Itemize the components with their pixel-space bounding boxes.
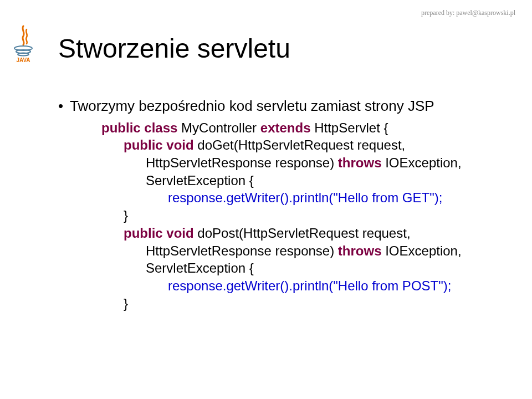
slide-title: Stworzenie servletu: [58, 33, 493, 64]
kw: void: [163, 226, 194, 241]
code-line: response.getWriter().println("Hello from…: [101, 189, 493, 207]
code-text: HttpServletResponse response): [146, 243, 338, 258]
code-text: }: [124, 296, 128, 311]
code-line: response.getWriter().println("Hello from…: [101, 277, 493, 295]
code-text: ServletException {: [146, 260, 254, 275]
kw: class: [141, 120, 178, 135]
code-text: response.getWriter().println("Hello from…: [168, 278, 451, 293]
code-text: doGet(HttpServletRequest request,: [194, 137, 406, 152]
kw: throws: [338, 243, 382, 258]
code-text: doPost(HttpServletRequest request,: [194, 226, 411, 241]
kw: public: [101, 120, 141, 135]
code-text: MyController: [177, 120, 260, 135]
header-credit: prepared by: pawel@kasprowski.pl: [421, 9, 515, 17]
code-text: HttpServletResponse response): [146, 155, 338, 170]
code-text: ServletException {: [146, 173, 254, 188]
bullet-marker: •: [58, 97, 63, 116]
code-line: public class MyController extends HttpSe…: [101, 119, 493, 137]
code-line: HttpServletResponse response) throws IOE…: [101, 154, 493, 172]
kw: extends: [260, 120, 311, 135]
svg-point-2: [18, 53, 29, 56]
code-line: }: [101, 295, 493, 313]
code-line: public void doPost(HttpServletRequest re…: [101, 224, 493, 242]
code-text: }: [124, 208, 128, 223]
kw: public: [124, 226, 163, 241]
svg-text:JAVA: JAVA: [16, 57, 30, 63]
code-text: IOException,: [382, 155, 462, 170]
bullet-item: • Tworzymy bezpośrednio kod servletu zam…: [58, 97, 493, 116]
bullet-text: Tworzymy bezpośrednio kod servletu zamia…: [70, 97, 493, 116]
code-text: response.getWriter().println("Hello from…: [168, 190, 442, 205]
code-text: HttpServlet {: [310, 120, 388, 135]
code-line: ServletException {: [101, 172, 493, 190]
code-line: ServletException {: [101, 259, 493, 277]
java-logo: JAVA: [10, 25, 37, 64]
code-text: IOException,: [382, 243, 462, 258]
kw: public: [124, 137, 163, 152]
slide-content: Stworzenie servletu • Tworzymy bezpośred…: [0, 0, 532, 312]
kw: void: [163, 137, 194, 152]
code-block: public class MyController extends HttpSe…: [101, 119, 493, 312]
code-line: public void doGet(HttpServletRequest req…: [101, 136, 493, 154]
code-line: }: [101, 207, 493, 224]
code-line: HttpServletResponse response) throws IOE…: [101, 242, 493, 260]
kw: throws: [338, 155, 382, 170]
